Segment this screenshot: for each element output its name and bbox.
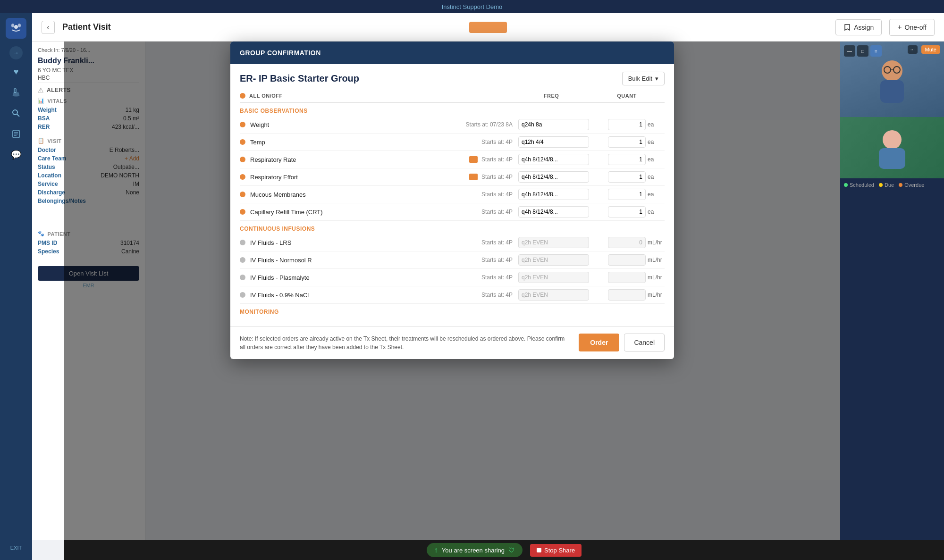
quant-input-normosol[interactable] (608, 254, 646, 266)
weight-label: Weight (38, 107, 57, 113)
all-toggle[interactable]: ALL ON/OFF (240, 93, 514, 99)
sidebar-item-notes[interactable] (8, 125, 25, 142)
all-on-off-label: ALL ON/OFF (249, 93, 283, 99)
freq-select-normosol[interactable]: q2h EVEN (518, 254, 589, 266)
freq-select-plasmalyte[interactable]: q2h EVEN (518, 272, 589, 283)
tile-btn[interactable]: ≡ (870, 45, 882, 57)
page-title: Patient Visit (62, 22, 111, 32)
freq-select-mucous[interactable]: q4h 8/12/4/8... (518, 189, 589, 200)
alert-icon: ⚠ (38, 86, 44, 94)
modal-title-row: ER- IP Basic Starter Group Bulk Edit ▾ (230, 64, 674, 89)
quant-input-plasmalyte[interactable] (608, 272, 646, 283)
table-row: Weight Starts at: 07/23 8A q24h 8a ea (240, 116, 665, 134)
modal-title: ER- IP Basic Starter Group (240, 73, 359, 84)
section-monitoring: MONITORING (240, 304, 665, 317)
row-toggle-mucous[interactable] (240, 192, 245, 197)
quant-input-weight[interactable] (608, 119, 646, 130)
person2-avatar (873, 126, 911, 169)
share-arrow-icon: ↑ (434, 546, 438, 554)
oneoff-button[interactable]: + One-off (889, 19, 935, 36)
video-bottom (840, 117, 944, 178)
row-toggle-plasmalyte[interactable] (240, 275, 245, 280)
person1-avatar (873, 56, 911, 103)
modal-header: GROUP CONFIRMATION (230, 42, 674, 64)
svg-point-10 (882, 60, 902, 81)
collapse-arrow[interactable]: → (9, 46, 23, 59)
freq-select-lrs[interactable]: q2h EVEN (518, 237, 589, 248)
row-toggle-temp[interactable] (240, 139, 245, 145)
footer-note: Note: If selected orders are already act… (240, 334, 570, 351)
modal-body: ER- IP Basic Starter Group Bulk Edit ▾ A… (230, 64, 674, 359)
quant-input-lrs[interactable] (608, 237, 646, 248)
svg-line-5 (17, 114, 19, 117)
video-controls: — □ ≡ (844, 45, 882, 57)
item-starts-normosol: Starts at: 4P (481, 257, 513, 263)
freq-select-resp-rate[interactable]: q4h 8/12/4/8... (518, 154, 589, 165)
quant-input-mucous[interactable] (608, 189, 646, 200)
quant-group-crt: ea (589, 206, 665, 217)
quant-unit-resp-rate: ea (648, 156, 665, 163)
quant-unit-temp: ea (648, 139, 665, 145)
warning-icon-resp-effort (469, 174, 478, 180)
exit-button[interactable]: EXIT (10, 545, 22, 551)
quant-input-crt[interactable] (608, 206, 646, 217)
order-button[interactable]: Order (579, 334, 619, 351)
quant-input-resp-effort[interactable] (608, 171, 646, 183)
quant-input-nacl[interactable] (608, 289, 646, 301)
modal-header-title: GROUP CONFIRMATION (240, 49, 321, 57)
cancel-button[interactable]: Cancel (624, 334, 665, 351)
sidebar: → ♥ 💬 EXIT (0, 13, 32, 560)
table-header: ALL ON/OFF FREQ QUANT (240, 89, 665, 103)
sidebar-item-search[interactable] (8, 105, 25, 122)
mute-button[interactable]: Mute (921, 45, 940, 54)
row-toggle-normosol[interactable] (240, 257, 245, 263)
species-label: Species (38, 248, 59, 255)
stop-share-button[interactable]: Stop Share (530, 544, 582, 557)
quant-column-header: QUANT (589, 93, 665, 99)
item-starts-temp: Starts at: 4P (481, 139, 513, 145)
row-toggle-weight[interactable] (240, 122, 245, 127)
quant-input-resp-rate[interactable] (608, 154, 646, 165)
row-toggle-nacl[interactable] (240, 292, 245, 298)
sidebar-item-lab[interactable] (8, 84, 25, 101)
legend-due: Due (879, 182, 894, 188)
row-toggle-resp-rate[interactable] (240, 157, 245, 162)
quant-unit-normosol: mL/hr (648, 257, 665, 263)
sidebar-item-chat[interactable]: 💬 (8, 146, 25, 163)
item-name-temp: Temp (250, 139, 481, 146)
section-continuous: CONTINUOUS INFUSIONS (240, 221, 665, 234)
item-name-resp-effort: Respiratory Effort (250, 174, 469, 181)
rer-label: RER (38, 124, 50, 130)
scheduled-dot (844, 183, 848, 187)
bulk-edit-button[interactable]: Bulk Edit ▾ (622, 72, 665, 85)
svg-point-1 (11, 24, 14, 27)
doctor-label: Doctor (38, 147, 56, 153)
table-row: Respiratory Rate Starts at: 4P q4h 8/12/… (240, 151, 665, 168)
row-toggle-lrs[interactable] (240, 240, 245, 245)
minimize-btn[interactable]: — (844, 45, 855, 57)
sidebar-item-heart[interactable]: ♥ (8, 63, 25, 80)
row-toggle-crt[interactable] (240, 209, 245, 215)
quant-unit-mucous: ea (648, 191, 665, 198)
bsa-label: BSA (38, 115, 50, 122)
table-row: Capillary Refill Time (CRT) Starts at: 4… (240, 203, 665, 221)
app-title: Instinct Support Demo (442, 3, 503, 10)
freq-select-weight[interactable]: q24h 8a (518, 119, 589, 130)
more-options-button[interactable]: ··· (908, 45, 918, 54)
freq-select-resp-effort[interactable]: q4h 8/12/4/8... (518, 171, 589, 183)
share-status-text: You are screen sharing (442, 547, 505, 554)
freq-select-nacl[interactable]: q2h EVEN (518, 289, 589, 301)
back-button[interactable]: ‹ (42, 21, 55, 34)
quant-group-nacl: mL/hr (589, 289, 665, 301)
table-row: Temp Starts at: 4P q12h 4/4 ea (240, 134, 665, 151)
order-table: ALL ON/OFF FREQ QUANT BASIC OBSERVATIONS… (230, 89, 674, 326)
patient-header: ‹ Patient Visit Assign + One-off (32, 13, 944, 42)
restore-btn[interactable]: □ (857, 45, 868, 57)
freq-select-crt[interactable]: q4h 8/12/4/8... (518, 206, 589, 217)
quant-input-temp[interactable] (608, 136, 646, 148)
assign-button[interactable]: Assign (835, 19, 882, 35)
freq-select-temp[interactable]: q12h 4/4 (518, 136, 589, 148)
row-toggle-resp-effort[interactable] (240, 174, 245, 180)
video-top: — □ ≡ ··· Mute (840, 42, 944, 117)
table-row: Respiratory Effort Starts at: 4P q4h 8/1… (240, 168, 665, 186)
